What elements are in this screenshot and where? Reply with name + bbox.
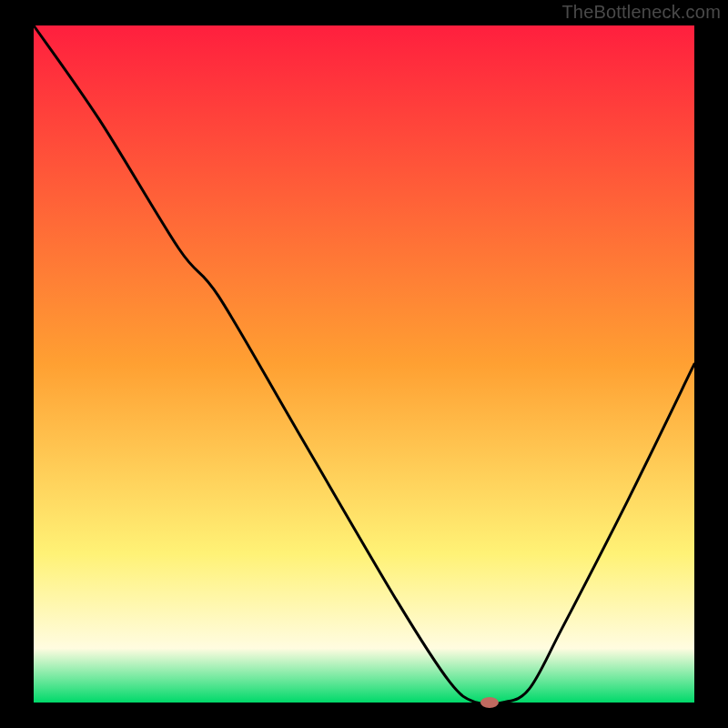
plot-area: [34, 25, 694, 703]
watermark-text: TheBottleneck.com: [561, 2, 721, 23]
optimal-marker: [480, 697, 499, 708]
chart-stage: TheBottleneck.com: [0, 0, 728, 728]
bottleneck-chart: [0, 0, 728, 728]
